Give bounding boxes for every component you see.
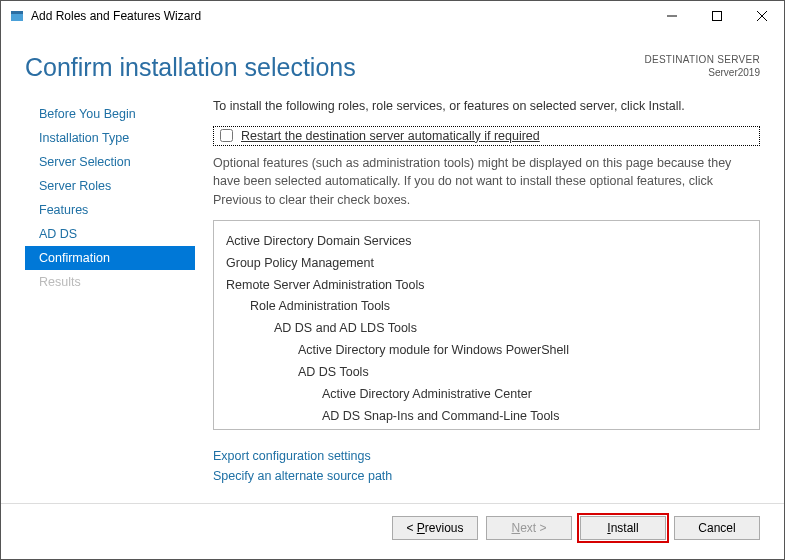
install-button[interactable]: Install bbox=[580, 516, 666, 540]
selection-item: AD DS Snap-Ins and Command-Line Tools bbox=[322, 406, 747, 428]
alt-source-link[interactable]: Specify an alternate source path bbox=[213, 466, 760, 486]
selection-item: Active Directory Domain Services bbox=[226, 231, 747, 253]
selection-item: Active Directory Administrative Center bbox=[322, 384, 747, 406]
minimize-button[interactable] bbox=[649, 1, 694, 31]
selection-item: Active Directory module for Windows Powe… bbox=[298, 340, 747, 362]
destination-label: DESTINATION SERVER bbox=[644, 53, 760, 66]
links: Export configuration settings Specify an… bbox=[213, 446, 760, 486]
sidebar-item-server-roles[interactable]: Server Roles bbox=[25, 174, 195, 198]
cancel-button[interactable]: Cancel bbox=[674, 516, 760, 540]
restart-checkbox[interactable] bbox=[220, 129, 233, 142]
selections-list: Active Directory Domain ServicesGroup Po… bbox=[213, 220, 760, 430]
sidebar-item-installation-type[interactable]: Installation Type bbox=[25, 126, 195, 150]
sidebar-item-ad-ds[interactable]: AD DS bbox=[25, 222, 195, 246]
destination-block: DESTINATION SERVER Server2019 bbox=[644, 53, 760, 79]
header: Confirm installation selections DESTINAT… bbox=[1, 31, 784, 92]
sidebar-item-server-selection[interactable]: Server Selection bbox=[25, 150, 195, 174]
titlebar: Add Roles and Features Wizard bbox=[1, 1, 784, 31]
selection-item: AD DS and AD LDS Tools bbox=[274, 318, 747, 340]
footer: < Previous Next > Install Cancel bbox=[1, 503, 784, 551]
app-icon bbox=[9, 8, 25, 24]
sidebar-item-features[interactable]: Features bbox=[25, 198, 195, 222]
svg-rect-3 bbox=[712, 12, 721, 21]
sidebar-item-confirmation[interactable]: Confirmation bbox=[25, 246, 195, 270]
restart-row[interactable]: Restart the destination server automatic… bbox=[213, 126, 760, 146]
previous-button[interactable]: < Previous bbox=[392, 516, 478, 540]
main-panel: To install the following roles, role ser… bbox=[195, 92, 760, 497]
close-button[interactable] bbox=[739, 1, 784, 31]
export-link[interactable]: Export configuration settings bbox=[213, 446, 760, 466]
selection-item: AD DS Tools bbox=[298, 362, 747, 384]
destination-server: Server2019 bbox=[644, 66, 760, 79]
intro-text: To install the following roles, role ser… bbox=[213, 98, 760, 116]
next-button[interactable]: Next > bbox=[486, 516, 572, 540]
window-buttons bbox=[649, 1, 784, 31]
svg-rect-1 bbox=[11, 11, 23, 14]
maximize-button[interactable] bbox=[694, 1, 739, 31]
optional-note: Optional features (such as administratio… bbox=[213, 154, 760, 210]
sidebar-item-before-you-begin[interactable]: Before You Begin bbox=[25, 102, 195, 126]
selection-item: Role Administration Tools bbox=[250, 296, 747, 318]
sidebar-item-results: Results bbox=[25, 270, 195, 294]
selection-item: Remote Server Administration Tools bbox=[226, 275, 747, 297]
selection-item: Group Policy Management bbox=[226, 253, 747, 275]
restart-checkbox-label[interactable]: Restart the destination server automatic… bbox=[241, 129, 540, 143]
window-title: Add Roles and Features Wizard bbox=[31, 9, 649, 23]
sidebar: Before You BeginInstallation TypeServer … bbox=[25, 92, 195, 497]
page-title: Confirm installation selections bbox=[25, 53, 644, 82]
